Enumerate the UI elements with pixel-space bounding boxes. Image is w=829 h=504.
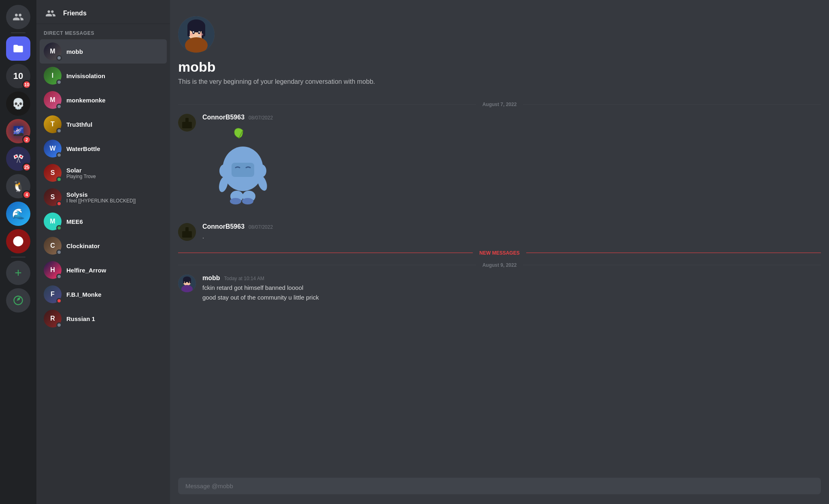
dm-avatar-mee6: M xyxy=(44,213,62,230)
dm-name-tru3thful: Tru3thful xyxy=(66,121,92,128)
server-sidebar: 10 10 💀 🌌 2 🎌 25 🐧 4 🌊 + xyxy=(0,0,36,504)
svg-point-37 xyxy=(185,281,186,283)
message-timestamp-2: 08/07/2022 xyxy=(249,224,273,230)
message-author-3: mobb xyxy=(202,274,220,282)
server-divider xyxy=(11,32,26,33)
server-icon-explore[interactable] xyxy=(6,288,30,313)
server-icon-mask[interactable] xyxy=(6,229,30,253)
dm-item-tru3thful[interactable]: TTru3thful xyxy=(40,112,167,136)
mobb-avatar-msg xyxy=(178,274,196,292)
dm-item-mobb[interactable]: Mmobb xyxy=(40,39,167,64)
svg-rect-11 xyxy=(202,24,204,38)
status-dot-mobb xyxy=(56,55,62,61)
server-badge-1: 10 xyxy=(22,80,31,89)
dm-name-solar: Solar xyxy=(66,167,96,174)
svg-point-13 xyxy=(199,33,203,36)
status-dot-tru3thful xyxy=(56,128,62,134)
date-divider-aug9: August 9, 2022 xyxy=(178,262,821,268)
svg-point-12 xyxy=(189,33,193,36)
dm-name-invisisolation: Invisisolation xyxy=(66,72,105,79)
message-text-2: . xyxy=(202,232,821,241)
server-icon-folder[interactable] xyxy=(6,36,30,61)
server-icon-space[interactable]: 🌌 2 xyxy=(6,119,30,143)
dm-header: Friends xyxy=(36,0,170,24)
dm-item-clockinator[interactable]: CClockinator xyxy=(40,234,167,258)
svg-point-9 xyxy=(193,31,194,33)
dm-item-solar[interactable]: SSolarPlaying Trove xyxy=(40,161,167,185)
server-icon-1[interactable]: 10 10 xyxy=(6,64,30,88)
message-text-3: fckin retard got himself banned looool g… xyxy=(202,283,821,302)
message-content-2: ConnorB5963 08/07/2022 . xyxy=(202,223,821,242)
dm-list: MmobbIInvisisolationMmonkemonkeTTru3thfu… xyxy=(36,38,170,504)
server-icon-penguin[interactable]: 🐧 4 xyxy=(6,174,30,198)
dm-avatar-russian1: R xyxy=(44,310,62,327)
svg-point-27 xyxy=(242,198,253,204)
dm-avatar-solysis: S xyxy=(44,188,62,206)
svg-rect-35 xyxy=(183,279,184,283)
status-dot-monkemonke xyxy=(56,104,62,109)
dm-item-mee6[interactable]: MMEE6 xyxy=(40,209,167,234)
message-group-2: ConnorB5963 08/07/2022 . xyxy=(178,223,821,242)
dm-avatar-solar: S xyxy=(44,164,62,182)
svg-point-21 xyxy=(257,164,266,177)
svg-rect-14 xyxy=(198,36,201,37)
message-group-1: ConnorB5963 08/07/2022 xyxy=(178,114,821,215)
dm-item-monkemonke[interactable]: Mmonkemonke xyxy=(40,88,167,112)
server-badge-4: 4 xyxy=(22,190,31,199)
dm-name-monkemonke: monkemonke xyxy=(66,97,106,104)
dm-avatar-monkemonke: M xyxy=(44,91,62,109)
message-group-3: mobb Today at 10:14 AM fckin retard got … xyxy=(178,274,821,303)
dm-sidebar: Friends DIRECT MESSAGES MmobbIInvisisola… xyxy=(36,0,170,504)
dm-info-waterbottle: WaterBottle xyxy=(66,145,100,152)
dm-item-waterbottle[interactable]: WWaterBottle xyxy=(40,136,167,161)
chat-input[interactable]: Message @mobb xyxy=(178,478,821,494)
dm-avatar-tru3thful: T xyxy=(44,115,62,133)
dm-info-clockinator: Clockinator xyxy=(66,242,100,249)
dm-avatar-fbi_monke: F xyxy=(44,285,62,303)
dm-info-tru3thful: Tru3thful xyxy=(66,121,92,128)
dm-name-clockinator: Clockinator xyxy=(66,242,100,249)
dm-name-mobb: mobb xyxy=(66,48,83,55)
dm-avatar-clockinator: C xyxy=(44,237,62,255)
status-dot-helfire_arrow xyxy=(56,274,62,279)
conversation-start-text: This is the very beginning of your legen… xyxy=(178,78,821,85)
dm-item-helfire_arrow[interactable]: HHelfire_Arrow xyxy=(40,258,167,282)
dm-name-fbi_monke: F.B.I_Monke xyxy=(66,291,102,298)
server-icon-anime[interactable]: 🎌 25 xyxy=(6,147,30,171)
friends-label[interactable]: Friends xyxy=(63,10,87,17)
dm-avatar-mobb: M xyxy=(44,43,62,60)
dm-info-invisisolation: Invisisolation xyxy=(66,72,105,79)
message-content-1: ConnorB5963 08/07/2022 xyxy=(202,114,821,215)
svg-point-38 xyxy=(188,281,189,283)
message-timestamp-1: 08/07/2022 xyxy=(249,115,273,121)
status-dot-fbi_monke xyxy=(56,298,62,304)
server-icon-ocean[interactable]: 🌊 xyxy=(6,202,30,226)
date-divider-aug7: August 7, 2022 xyxy=(178,102,821,107)
dm-avatar-invisisolation: I xyxy=(44,67,62,85)
dm-name-waterbottle: WaterBottle xyxy=(66,145,100,152)
server-icon-skull[interactable]: 💀 xyxy=(6,91,30,116)
svg-rect-5 xyxy=(187,26,190,36)
status-game-solar: Trove xyxy=(83,174,96,179)
dm-info-monkemonke: monkemonke xyxy=(66,97,106,104)
dm-item-invisisolation[interactable]: IInvisisolation xyxy=(40,64,167,88)
server-badge-2: 2 xyxy=(22,135,31,144)
server-icon-add[interactable]: + xyxy=(6,261,30,285)
server-number: 10 xyxy=(13,71,23,81)
dm-name-solysis: Solysis xyxy=(66,191,136,198)
message-header-1: ConnorB5963 08/07/2022 xyxy=(202,114,821,121)
connorb-avatar-2 xyxy=(178,223,196,241)
svg-rect-17 xyxy=(182,122,192,128)
svg-rect-19 xyxy=(232,163,254,177)
svg-point-10 xyxy=(199,31,200,33)
friends-icon xyxy=(44,6,57,20)
message-author-2: ConnorB5963 xyxy=(202,223,244,230)
dm-item-fbi_monke[interactable]: FF.B.I_Monke xyxy=(40,282,167,306)
status-dot-clockinator xyxy=(56,249,62,255)
conversation-start: mobb This is the very beginning of your … xyxy=(178,8,821,95)
server-icon-friends[interactable] xyxy=(6,5,30,29)
dm-item-solysis[interactable]: SSolysisI feel [[HYPERLINK BLOCKED]] xyxy=(40,185,167,209)
dm-avatar-waterbottle: W xyxy=(44,140,62,157)
contact-avatar-large xyxy=(178,16,215,53)
dm-item-russian1[interactable]: RRussian 1 xyxy=(40,306,167,331)
